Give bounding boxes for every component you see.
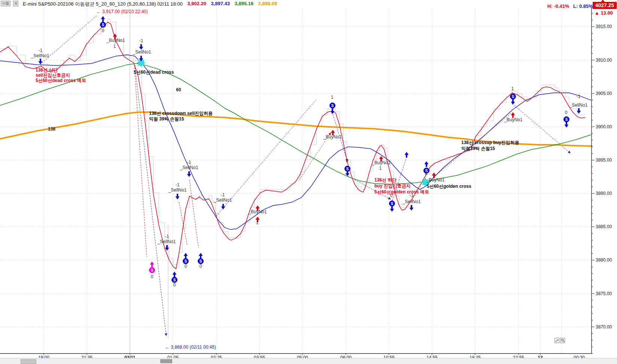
price-axis-label: 3910.00 [596,58,612,63]
annotation-text: _BuyNo1 [371,160,390,165]
price-axis-label: 3870.00 [596,324,612,330]
stop-signal-letter: S [185,259,187,263]
annotation-text: -1 [221,192,225,198]
annotation-text: ← 3,917.00 (02/10 22:40) [97,9,148,14]
scrollbar-position-marker[interactable] [160,359,172,363]
annotation-text: 익절39틱 손절15 [461,146,495,151]
annotation-text: 5선60선golden cross 예외 [374,189,429,195]
ma-line-ma5 [0,22,585,269]
annotation-text: 138선 crossup buy진입허용 [461,140,519,145]
sell-arrow-up-icon[interactable] [150,261,154,267]
price-axis-label: 3915.00 [596,24,612,29]
ma5-value: 3,902.20 [187,1,206,6]
price-change-label: ▲ 13.00 [595,10,613,16]
stop-signal-letter: S [102,23,104,27]
chart-title: E-mini S&P500-202106 이동평균 5_20_60_120 (5… [23,1,183,7]
price-axis-label: 3895.00 [596,157,612,163]
annotation-text: -1 [187,160,191,165]
pencil-icon [555,339,559,342]
annotation-text: -1 [39,48,43,53]
ma20-value: 3,897.43 [211,1,230,6]
low-percent-label: L: 0.85% [573,3,593,9]
sell-arrow-down-icon[interactable] [410,205,414,211]
annotation-text: _BuyNo1 [504,117,523,122]
price-axis-label: 3880.00 [596,257,612,263]
annotation-text: _BuyNo1 [323,134,342,140]
annotation-text: -1 [165,234,169,239]
sell-arrow-down-icon[interactable] [176,194,180,199]
price-axis-label: 3875.00 [596,291,612,296]
annotation-text: 익절 39틱 손절15 [149,116,184,122]
signal-connector-line [514,105,571,153]
chart-window: 시험 X E-mini S&P500-202106 이동평균 5_20_60_1… [0,0,617,364]
annotation-text: _SellNo1 [157,239,176,244]
annotation-text: _SellNo1 [31,53,49,58]
annotation-text: 0 [346,158,349,163]
annotation-text: 5선60선golden cross [427,184,471,189]
stop-signal-letter: S [173,278,176,282]
sell-arrow-down-icon[interactable] [139,44,143,50]
annotation-text: _BuyNo1 [426,177,445,183]
sell-arrow-down-icon[interactable] [511,99,515,105]
annotation-text: 138 [48,126,55,132]
title-bar: 시험 X E-mini S&P500-202106 이동평균 5_20_60_1… [0,0,617,7]
price-axis-label: 3890.00 [596,191,612,196]
sell-arrow-up-icon[interactable] [101,16,105,22]
ma60-value: 3,895.16 [234,1,253,6]
annotation-text: _SellNo1 [168,187,187,193]
sell-arrow-down-icon[interactable] [331,108,335,114]
connector-arrowhead-icon [165,333,168,336]
stop-signal-letter: S [151,268,154,272]
stop-signal-letter: S [346,167,349,171]
sell-arrow-down-icon[interactable] [221,204,225,209]
tool-chip[interactable]: 시험 [1,1,10,6]
annotation-text: 138선 crossdown sell진입허용 [149,111,213,116]
annotation-text: 138선 상단 [36,67,58,73]
annotation-text: 5선60선dead cross [134,70,174,75]
annotation-text: ← 3,868.00 (02/11 00:45) [165,345,216,350]
sell-arrow-down-icon[interactable] [165,245,169,251]
annotation-text: -1 [139,38,143,43]
annotation-text: 60 [176,87,181,92]
annotation-text: _SellNo1 [569,103,588,108]
stop-signal-letter: S [331,104,334,108]
stop-signal-letter: S [565,117,568,122]
sell-arrow-up-icon[interactable] [199,253,203,259]
annotation-text: buy 진입신호금지 [374,183,411,189]
annotation-text: 1 [256,220,259,225]
annotation-text: 0 [185,264,187,269]
sell-arrow-down-icon[interactable] [187,171,191,177]
stop-signal-letter: S [512,95,514,99]
horizontal-scrollbar[interactable] [0,358,617,364]
annotation-text: _BuyNo1 [248,209,267,214]
sell-arrow-up-icon[interactable] [425,161,429,167]
sell-arrow-up-icon[interactable] [405,152,409,157]
annotation-text: 0 [151,274,154,279]
scrollbar-thumb[interactable] [21,359,36,364]
annotation-text: 1 [331,95,334,100]
annotation-text: _SellNo1 [402,199,421,204]
chart-area[interactable]: SSSSSSSSSSS-1_SellNo10_BuyNo11-1_SellNo1… [0,0,617,364]
high-percent-label: H: -0.41% [547,3,569,9]
price-axis-label: 3905.00 [596,91,612,96]
connector-arrowhead-icon [568,151,571,155]
annotation-text: 1 [113,44,116,49]
annotation-text: 1 [379,166,382,171]
draw-tool-button[interactable] [554,338,559,343]
zoom-tool-button[interactable] [560,338,565,343]
annotation-text: 1 [511,86,514,91]
sell-arrow-down-icon[interactable] [390,206,394,212]
annotation-text: 5선60선dead cross 예외 [36,78,86,83]
annotation-text: 0 [565,110,568,115]
sell-arrow-down-icon[interactable] [39,59,43,64]
sell-arrow-up-icon[interactable] [184,253,188,259]
close-icon[interactable]: X [13,1,18,6]
annotation-text: -1 [176,182,180,187]
signal-connector-line [135,65,166,336]
annotation-text: sell진입신호금지 [36,73,70,78]
annotation-text: 0 [173,282,176,288]
annotation-text: 0 [200,264,202,269]
annotation-text: _BuyNo1 [106,38,125,43]
signal-connector-line [189,180,198,248]
chart-canvas: SSSSSSSSSSS-1_SellNo10_BuyNo11-1_SellNo1… [0,0,617,364]
